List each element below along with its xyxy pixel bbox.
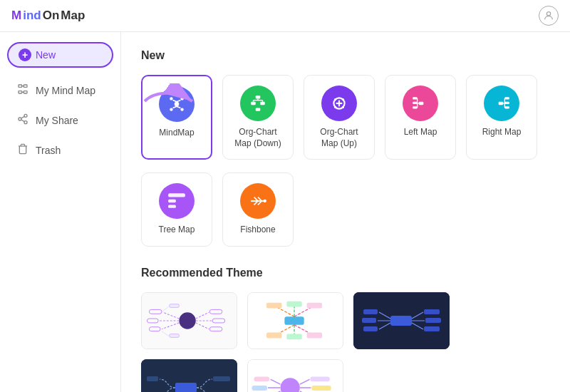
- svg-point-14: [170, 97, 172, 100]
- svg-point-63: [179, 312, 195, 329]
- mind-map-icon: [17, 83, 28, 98]
- svg-rect-2: [24, 85, 27, 87]
- org-down-label: Org-Chart Map (Down): [230, 127, 286, 149]
- left-map-icon: [403, 86, 438, 121]
- svg-line-19: [177, 100, 180, 102]
- svg-point-17: [180, 108, 183, 110]
- svg-rect-126: [252, 386, 267, 391]
- svg-rect-38: [419, 102, 424, 105]
- new-section-title: New: [141, 49, 550, 62]
- svg-rect-47: [504, 97, 509, 99]
- svg-rect-41: [413, 106, 418, 108]
- svg-rect-46: [499, 102, 504, 105]
- svg-rect-106: [425, 318, 441, 323]
- svg-point-16: [170, 108, 172, 110]
- org-up-icon: [321, 86, 357, 121]
- svg-rect-125: [254, 376, 269, 381]
- sidebar-item-my-mind-map-label: My Mind Map: [36, 85, 95, 96]
- svg-rect-92: [286, 334, 301, 339]
- template-mindmap[interactable]: MindMap: [141, 75, 212, 160]
- svg-rect-99: [363, 309, 378, 314]
- svg-rect-81: [284, 316, 304, 325]
- svg-rect-48: [504, 102, 509, 104]
- sidebar-item-trash[interactable]: Trash: [6, 136, 115, 165]
- svg-rect-79: [170, 334, 180, 337]
- svg-point-7: [24, 114, 27, 117]
- svg-rect-85: [266, 302, 281, 308]
- svg-rect-54: [168, 200, 176, 202]
- svg-point-8: [19, 118, 21, 120]
- svg-rect-49: [504, 106, 509, 108]
- template-org-chart-up[interactable]: Org-Chart Map (Up): [304, 75, 375, 160]
- svg-point-15: [180, 97, 183, 100]
- svg-point-34: [334, 98, 336, 100]
- trash-icon: [17, 143, 28, 158]
- svg-rect-101: [363, 326, 378, 331]
- svg-point-13: [175, 102, 180, 107]
- theme-card-2[interactable]: [247, 292, 343, 349]
- template-right-map[interactable]: Right Map: [466, 75, 537, 160]
- sidebar-item-my-share[interactable]: My Share: [6, 106, 115, 135]
- theme-section-title: Recommended Theme: [141, 267, 550, 279]
- template-grid-row2: Tree Map Fishbone: [141, 172, 550, 247]
- sidebar-item-my-mind-map[interactable]: My Mind Map: [6, 76, 115, 105]
- svg-rect-77: [170, 304, 180, 307]
- svg-rect-40: [413, 102, 418, 104]
- right-map-label: Right Map: [482, 127, 522, 138]
- theme-card-3[interactable]: [353, 292, 450, 349]
- svg-rect-25: [256, 108, 261, 111]
- mindmap-icon: [159, 86, 195, 122]
- theme-card-4[interactable]: [141, 359, 237, 392]
- svg-line-20: [173, 106, 177, 108]
- svg-line-18: [173, 100, 177, 102]
- svg-point-0: [546, 12, 550, 16]
- left-map-label: Left Map: [404, 127, 437, 138]
- org-down-icon: [240, 86, 276, 121]
- svg-rect-91: [266, 332, 281, 338]
- template-grid: MindMap Org-C: [141, 75, 550, 160]
- svg-rect-3: [19, 91, 22, 93]
- template-tree-map[interactable]: Tree Map: [141, 172, 212, 247]
- sidebar-item-my-share-label: My Share: [36, 115, 78, 126]
- svg-rect-119: [310, 376, 329, 381]
- org-up-label: Org-Chart Map (Up): [311, 127, 367, 149]
- logo: MindOnMap: [11, 9, 85, 23]
- svg-rect-105: [424, 309, 440, 314]
- svg-rect-22: [256, 96, 261, 98]
- svg-rect-93: [307, 332, 322, 338]
- template-fishbone[interactable]: Fishbone: [222, 172, 294, 247]
- svg-rect-112: [147, 376, 158, 381]
- sidebar-item-trash-label: Trash: [36, 145, 61, 156]
- svg-point-35: [342, 98, 344, 100]
- theme-card-5[interactable]: [247, 359, 343, 392]
- svg-rect-120: [311, 386, 331, 391]
- svg-rect-53: [168, 193, 185, 197]
- svg-rect-55: [168, 205, 176, 208]
- svg-line-11: [21, 116, 25, 118]
- content-area: New MindMap: [121, 32, 570, 392]
- theme-card-1[interactable]: [141, 292, 237, 349]
- tree-map-icon: [159, 183, 195, 219]
- svg-point-9: [24, 121, 27, 124]
- mindmap-label: MindMap: [159, 128, 194, 139]
- svg-point-37: [342, 106, 344, 108]
- svg-rect-39: [413, 97, 418, 99]
- svg-point-36: [334, 106, 336, 108]
- new-button[interactable]: + New: [7, 42, 113, 68]
- svg-rect-110: [213, 376, 230, 381]
- svg-rect-100: [362, 318, 376, 323]
- svg-rect-109: [175, 383, 197, 392]
- template-left-map[interactable]: Left Map: [385, 75, 456, 160]
- svg-rect-24: [260, 102, 265, 105]
- right-map-icon: [484, 86, 519, 121]
- plus-icon: +: [19, 48, 31, 61]
- theme-grid: [141, 292, 550, 392]
- template-org-chart-down[interactable]: Org-Chart Map (Down): [222, 75, 294, 160]
- header: MindOnMap: [0, 0, 570, 32]
- user-avatar[interactable]: [539, 6, 559, 26]
- main-layout: + New My Mind Map My Share Trash: [0, 32, 570, 392]
- tree-map-label: Tree Map: [159, 225, 195, 236]
- svg-rect-86: [286, 301, 301, 306]
- svg-rect-87: [307, 302, 322, 308]
- svg-rect-95: [390, 316, 412, 326]
